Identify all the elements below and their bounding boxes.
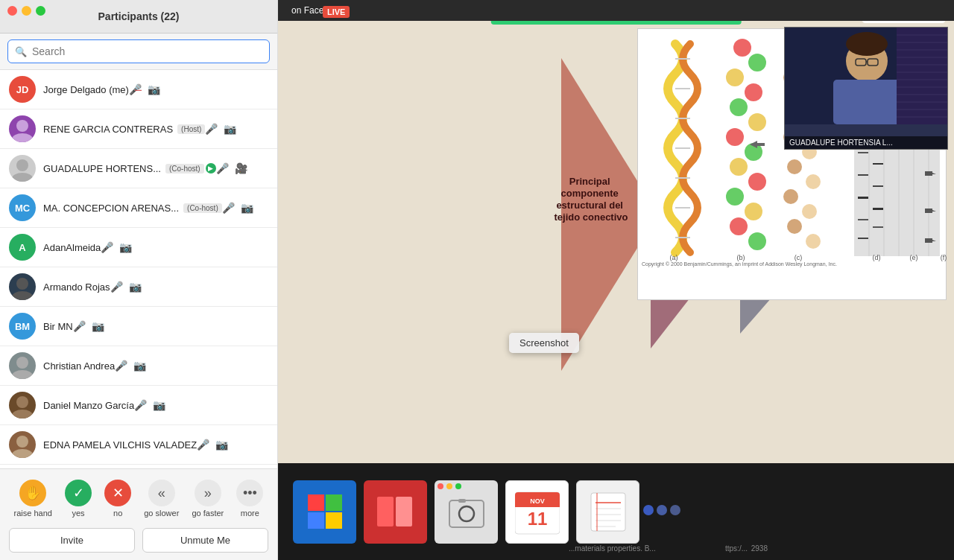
- avatar: BM: [9, 313, 36, 340]
- svg-point-50: [806, 174, 821, 189]
- list-item[interactable]: BM Bir MN 🎤 📷: [0, 307, 277, 346]
- go-slower-button[interactable]: « go slower: [138, 475, 185, 522]
- slide-area: Principal componente estructural del tej…: [278, 21, 954, 463]
- maximize-button[interactable]: [36, 6, 45, 16]
- svg-point-10: [16, 436, 28, 448]
- list-item[interactable]: RENE GARCIA CONTRERAS (Host) 🎤 📷: [0, 109, 277, 149]
- avatar: [9, 392, 36, 419]
- svg-point-53: [787, 219, 802, 234]
- go-slower-label: go slower: [144, 509, 179, 518]
- taskbar-windows-icon[interactable]: [293, 480, 356, 544]
- list-item[interactable]: EDNA PAMELA VILCHIS VALADEZ 🎤 📷: [0, 425, 277, 465]
- svg-text:(a): (a): [670, 254, 678, 261]
- screenshot-label: Screenshot: [519, 337, 569, 349]
- no-label: no: [113, 509, 122, 518]
- yes-button[interactable]: ✓ yes: [59, 475, 98, 522]
- go-faster-label: go faster: [192, 509, 224, 518]
- participant-name-row: RENE GARCIA CONTRERAS (Host): [43, 124, 205, 135]
- more-button[interactable]: ••• more: [230, 475, 269, 522]
- svg-point-93: [846, 32, 888, 56]
- svg-point-30: [745, 83, 762, 101]
- raise-hand-icon: ✋: [19, 480, 46, 506]
- list-item[interactable]: A AdanAlmeida 🎤 📷: [0, 228, 277, 267]
- close-button[interactable]: [7, 6, 17, 16]
- list-item[interactable]: GUADALUPE HORTENS... (Co-host) ▶ 🎤 🎥: [0, 149, 277, 188]
- mic-muted-icon: 🎤: [73, 320, 86, 332]
- participant-controls: 🎤 📷: [110, 281, 142, 293]
- participant-name: MA. CONCEPCION ARENAS...: [43, 203, 179, 214]
- avatar: [9, 115, 36, 142]
- svg-point-5: [12, 291, 33, 300]
- search-input[interactable]: [7, 39, 270, 63]
- panel-header: Participants (22): [0, 0, 277, 34]
- screenshot-tooltip: Screenshot: [509, 333, 579, 353]
- more-icon: •••: [236, 480, 263, 506]
- participant-name-row: Bir MN: [43, 321, 73, 332]
- no-button[interactable]: ✕ no: [98, 475, 137, 522]
- cam-muted-icon: 📷: [241, 202, 253, 214]
- svg-rect-111: [449, 500, 484, 527]
- search-wrapper: 🔍: [7, 39, 270, 63]
- yes-label: yes: [72, 509, 84, 518]
- list-item[interactable]: JD Jorge Delgado (me) 🎤̶ 📷: [0, 70, 277, 109]
- participant-name: Jorge Delgado (me): [43, 84, 129, 95]
- avatar: [9, 352, 36, 379]
- svg-point-11: [12, 449, 33, 458]
- search-container: 🔍: [0, 34, 277, 70]
- svg-rect-77: [873, 185, 883, 187]
- svg-point-1: [12, 133, 33, 142]
- svg-point-9: [12, 410, 33, 419]
- raise-hand-button[interactable]: ✋ raise hand: [8, 475, 58, 522]
- raise-hand-label: raise hand: [14, 509, 52, 518]
- svg-text:(d): (d): [873, 254, 881, 261]
- list-item[interactable]: MC MA. CONCEPCION ARENAS... (Co-host) 🎤 …: [0, 188, 277, 228]
- svg-rect-108: [326, 494, 342, 511]
- svg-point-39: [730, 217, 748, 235]
- bottom-toolbar: ✋ raise hand ✓ yes ✕ no « go slower » go…: [0, 468, 277, 528]
- svg-rect-109: [308, 512, 324, 529]
- svg-point-6: [16, 357, 28, 369]
- taskbar-item-2[interactable]: [364, 480, 427, 544]
- list-item[interactable]: Christian Andrea 🎤 📷: [0, 346, 277, 386]
- taskbar-url-text2: ttps:/...: [725, 544, 748, 553]
- panel-title: Participants (22): [98, 10, 180, 22]
- svg-point-3: [12, 173, 33, 182]
- svg-rect-110: [326, 512, 342, 529]
- go-faster-button[interactable]: » go faster: [186, 475, 230, 522]
- svg-point-51: [783, 189, 798, 204]
- svg-text:11: 11: [527, 509, 547, 529]
- taskbar-num: 2938: [751, 544, 768, 553]
- svg-point-33: [726, 128, 744, 146]
- svg-point-52: [802, 204, 817, 219]
- participants-panel: Participants (22) 🔍 JD Jorge Delgado (me…: [0, 0, 278, 560]
- list-item[interactable]: Daniel Manzo García 🎤 📷: [0, 386, 277, 425]
- yes-icon: ✓: [65, 480, 92, 506]
- taskbar-screenshot-icon[interactable]: [435, 480, 498, 544]
- svg-point-4: [16, 278, 28, 290]
- host-badge: (Host): [177, 124, 205, 134]
- svg-rect-119: [591, 493, 625, 531]
- invite-button[interactable]: Invite: [9, 528, 135, 553]
- participant-name: Armando Rojas: [43, 281, 110, 293]
- participant-name: Bir MN: [43, 321, 73, 332]
- svg-point-37: [726, 188, 744, 206]
- svg-rect-78: [873, 208, 883, 210]
- participant-name-row: AdanAlmeida: [43, 242, 101, 253]
- taskbar-notes-icon[interactable]: [576, 480, 639, 544]
- cam-muted-icon: 📷: [129, 281, 142, 293]
- mic-muted-icon: 🎤̶: [129, 83, 142, 95]
- mic-muted-icon: 🎤: [134, 399, 147, 411]
- svg-text:(e): (e): [910, 254, 918, 261]
- invite-row: Invite Unmute Me: [0, 528, 277, 560]
- cohost-badge: (Co-host): [165, 164, 204, 174]
- cam-muted-icon: 📷: [119, 241, 132, 253]
- minimize-button[interactable]: [22, 6, 31, 16]
- search-icon: 🔍: [15, 46, 27, 57]
- taskbar-calendar-icon[interactable]: NOV 11: [505, 480, 569, 544]
- svg-text:(c): (c): [795, 254, 803, 261]
- unmute-me-button[interactable]: Unmute Me: [142, 528, 268, 553]
- list-item[interactable]: Armando Rojas 🎤 📷: [0, 267, 277, 307]
- no-icon: ✕: [104, 480, 131, 506]
- svg-point-36: [748, 173, 766, 191]
- taskbar-url-text: ...materials properties. B...: [569, 544, 656, 553]
